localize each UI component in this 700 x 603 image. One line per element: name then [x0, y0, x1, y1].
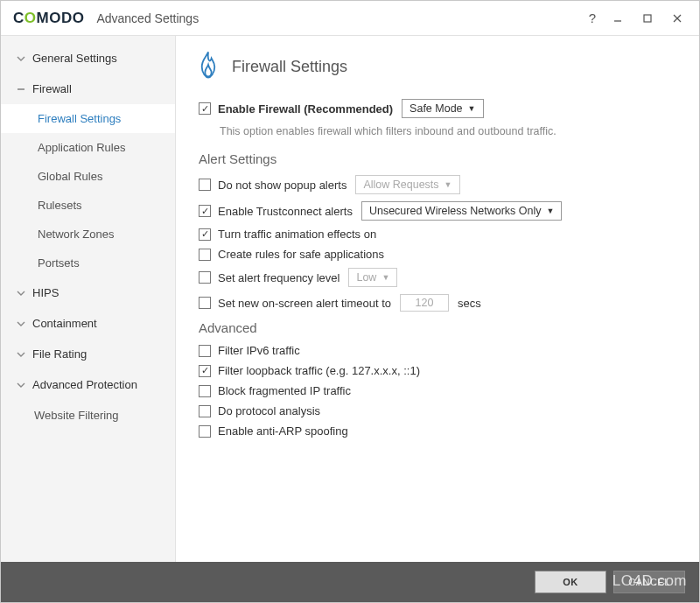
row-animation: Turn traffic animation effects on: [199, 228, 680, 241]
sidebar-item-label: General Settings: [32, 52, 117, 65]
checkbox-icon: [199, 179, 211, 191]
sidebar-sub-application-rules[interactable]: Application Rules: [1, 133, 175, 162]
checkbox-antiarp[interactable]: Enable anti-ARP spoofing: [199, 424, 348, 438]
checkbox-icon: [199, 249, 211, 261]
flame-icon: [195, 50, 221, 83]
checkbox-icon: [199, 405, 211, 417]
checkbox-icon: [199, 385, 211, 397]
checkbox-safe-rules[interactable]: Create rules for safe applications: [199, 248, 384, 261]
window: COMODO Advanced Settings ? General Setti…: [0, 0, 700, 603]
row-protocol: Do protocol analysis: [199, 404, 680, 417]
row-enable-firewall: Enable Firewall (Recommended) Safe Mode: [199, 99, 680, 118]
sidebar-item-label: Portsets: [38, 256, 80, 270]
checkbox-loopback[interactable]: Filter loopback traffic (e.g. 127.x.x.x,…: [199, 364, 420, 377]
cancel-button[interactable]: CANCEL: [613, 571, 685, 593]
checkbox-label: Enable Trustconnect alerts: [218, 205, 353, 218]
row-ipv6: Filter IPv6 traffic: [199, 344, 680, 357]
checkbox-icon: [199, 425, 211, 438]
checkbox-protocol[interactable]: Do protocol analysis: [199, 404, 320, 417]
sidebar-sub-portsets[interactable]: Portsets: [1, 249, 175, 277]
sidebar-sub-rulesets[interactable]: Rulesets: [1, 191, 175, 220]
chevron-down-icon: [17, 319, 25, 328]
minimize-icon[interactable]: [603, 6, 633, 31]
enable-description: This option enables firewall which filte…: [220, 125, 680, 137]
sidebar-item-label: Containment: [32, 317, 97, 330]
sidebar-item-label: Global Rules: [38, 170, 102, 183]
row-safe-rules: Create rules for safe applications: [199, 248, 680, 261]
checkbox-icon: [199, 271, 211, 284]
dropdown-firewall-mode[interactable]: Safe Mode: [402, 99, 483, 118]
checkbox-label: Filter loopback traffic (e.g. 127.x.x.x,…: [218, 364, 420, 377]
row-trustconnect: Enable Trustconnect alerts Unsecured Wir…: [199, 201, 680, 221]
sidebar-item-website-filtering[interactable]: Website Filtering: [1, 400, 175, 431]
sidebar-item-label: HIPS: [32, 286, 59, 299]
svg-rect-1: [644, 15, 651, 22]
sidebar-item-containment[interactable]: Containment: [1, 308, 175, 339]
page-header: Firewall Settings: [195, 50, 680, 83]
checkbox-icon: [199, 297, 211, 309]
sidebar-item-label: Network Zones: [38, 228, 114, 241]
row-alert-timeout: Set new on-screen alert timeout to 120 s…: [199, 294, 680, 312]
checkbox-trustconnect[interactable]: Enable Trustconnect alerts: [199, 205, 353, 218]
dropdown-trustconnect[interactable]: Unsecured Wireless Networks Only: [361, 201, 563, 221]
checkbox-label: Set new on-screen alert timeout to: [218, 297, 391, 310]
sidebar-item-advanced-protection[interactable]: Advanced Protection: [1, 369, 175, 400]
checkbox-label: Filter IPv6 traffic: [218, 344, 300, 357]
section-alert-settings: Alert Settings: [199, 151, 680, 166]
checkbox-label: Set alert frequency level: [218, 271, 340, 284]
sidebar-item-file-rating[interactable]: File Rating: [1, 339, 175, 369]
checkbox-icon: [199, 365, 211, 377]
sidebar-item-hips[interactable]: HIPS: [1, 277, 175, 308]
sidebar-item-label: Rulesets: [38, 199, 82, 212]
checkbox-ipv6[interactable]: Filter IPv6 traffic: [199, 344, 300, 357]
sidebar-item-label: Firewall Settings: [38, 112, 121, 125]
row-fragmented: Block fragmented IP traffic: [199, 384, 680, 397]
checkbox-label: Enable anti-ARP spoofing: [218, 424, 348, 438]
sidebar-item-label: File Rating: [32, 347, 87, 361]
page-title: Firewall Settings: [232, 58, 347, 76]
checkbox-icon: [199, 205, 211, 217]
row-loopback: Filter loopback traffic (e.g. 127.x.x.x,…: [199, 364, 680, 377]
checkbox-alert-frequency[interactable]: Set alert frequency level: [199, 271, 340, 284]
checkbox-animation[interactable]: Turn traffic animation effects on: [199, 228, 376, 241]
unit-label: secs: [458, 297, 481, 310]
sidebar-item-label: Website Filtering: [34, 409, 119, 422]
checkbox-label: Turn traffic animation effects on: [218, 228, 376, 241]
sidebar-sub-global-rules[interactable]: Global Rules: [1, 162, 175, 191]
row-antiarp: Enable anti-ARP spoofing: [199, 424, 680, 438]
checkbox-label: Create rules for safe applications: [218, 248, 384, 261]
chevron-down-icon: [17, 54, 25, 63]
checkbox-label: Do protocol analysis: [218, 404, 320, 417]
sidebar-item-label: Firewall: [32, 82, 72, 95]
checkbox-label: Block fragmented IP traffic: [218, 384, 351, 397]
input-alert-timeout: 120: [400, 294, 449, 312]
sidebar-item-label: Advanced Protection: [32, 378, 137, 391]
help-icon[interactable]: ?: [582, 11, 603, 25]
sidebar-item-label: Application Rules: [38, 141, 125, 154]
checkbox-alert-timeout[interactable]: Set new on-screen alert timeout to: [199, 297, 391, 310]
checkbox-icon: [199, 228, 211, 241]
body: General Settings Firewall Firewall Setti…: [1, 36, 699, 562]
footer: OK CANCEL: [1, 562, 699, 602]
checkbox-label: Do not show popup alerts: [218, 179, 346, 192]
checkbox-no-popup[interactable]: Do not show popup alerts: [199, 179, 346, 192]
brand-logo: COMODO: [13, 10, 84, 27]
row-alert-frequency: Set alert frequency level Low: [199, 268, 680, 287]
checkbox-icon: [199, 102, 211, 115]
close-icon[interactable]: [662, 6, 692, 31]
checkbox-label: Enable Firewall (Recommended): [218, 102, 393, 116]
sidebar-item-firewall[interactable]: Firewall: [1, 74, 175, 104]
checkbox-enable-firewall[interactable]: Enable Firewall (Recommended): [199, 102, 393, 116]
section-advanced: Advanced: [199, 320, 680, 335]
sidebar-sub-firewall-settings[interactable]: Firewall Settings: [1, 104, 175, 133]
sidebar-item-general-settings[interactable]: General Settings: [1, 43, 175, 74]
window-buttons: [603, 6, 692, 31]
dropdown-alert-frequency: Low: [348, 268, 397, 287]
dropdown-popup-action: Allow Requests: [355, 175, 459, 194]
sidebar-sub-network-zones[interactable]: Network Zones: [1, 220, 175, 249]
chevron-down-icon: [17, 350, 25, 359]
checkbox-fragmented[interactable]: Block fragmented IP traffic: [199, 384, 351, 397]
ok-button[interactable]: OK: [535, 571, 606, 593]
maximize-icon[interactable]: [633, 6, 662, 31]
titlebar: COMODO Advanced Settings ?: [1, 1, 699, 36]
